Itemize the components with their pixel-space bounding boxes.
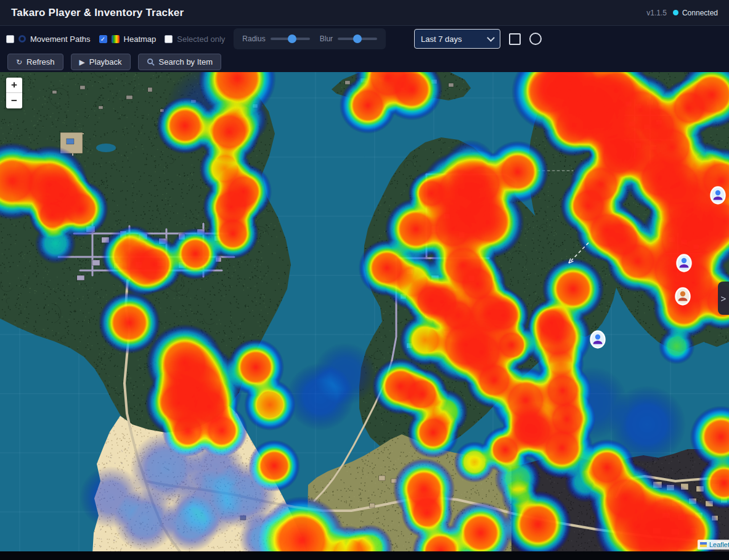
map-zoom-control: + −: [6, 78, 22, 108]
heatmap-checkbox[interactable]: ✓: [99, 35, 107, 43]
search-by-item-label: Search by Item: [159, 57, 213, 67]
refresh-icon: ↻: [16, 59, 22, 66]
side-panel-toggle[interactable]: >: [718, 282, 729, 315]
rectangle-icon: [509, 33, 521, 45]
heatmap-slider-panel: Radius Blur: [234, 28, 386, 49]
search-icon: [147, 58, 155, 66]
connection-status: Connected: [673, 9, 718, 17]
connected-dot-icon: [673, 10, 678, 15]
selected-only-checkbox[interactable]: [165, 35, 173, 43]
heatmap-gradient-icon: [112, 35, 120, 43]
search-by-item-button[interactable]: Search by Item: [138, 54, 221, 70]
refresh-label: Refresh: [26, 57, 55, 67]
selected-only-toggle[interactable]: Selected only: [165, 34, 225, 44]
blur-slider-thumb[interactable]: [353, 34, 362, 43]
ukraine-flag-icon: [700, 542, 707, 547]
player-marker[interactable]: [710, 186, 726, 205]
page-title: Takaro Player & Inventory Tracker: [11, 7, 184, 19]
movement-paths-checkbox[interactable]: [6, 35, 14, 43]
layers-toolbar: Movement Paths ✓ Heatmap Selected only R…: [0, 26, 729, 52]
refresh-button[interactable]: ↻ Refresh: [7, 54, 63, 70]
play-icon: ▶: [79, 59, 85, 66]
playback-label: Playback: [89, 57, 122, 67]
app-header: Takaro Player & Inventory Tracker v1.1.5…: [0, 0, 729, 26]
bottom-bar: [0, 551, 729, 560]
blur-label: Blur: [320, 34, 333, 43]
radius-slider[interactable]: [271, 38, 310, 40]
rectangle-select-button[interactable]: [509, 33, 521, 45]
player-marker[interactable]: [676, 254, 692, 272]
leaflet-link[interactable]: Leaflet: [709, 541, 729, 548]
heatmap-layer: [0, 72, 729, 551]
actions-toolbar: ↻ Refresh ▶ Playback Search by Item: [0, 52, 729, 72]
movement-paths-toggle[interactable]: Movement Paths: [6, 34, 91, 44]
chevron-down-icon: [487, 34, 495, 42]
movement-paths-label: Movement Paths: [30, 34, 91, 44]
radius-slider-thumb[interactable]: [288, 34, 296, 43]
time-range-select[interactable]: Last 7 days: [414, 29, 500, 49]
heatmap-toggle[interactable]: ✓ Heatmap: [99, 34, 157, 44]
selected-only-label: Selected only: [177, 34, 225, 44]
map[interactable]: + − > Leaflet: [0, 72, 729, 551]
player-marker[interactable]: [590, 330, 606, 349]
app-version: v1.1.5: [646, 9, 667, 17]
map-attribution: Leaflet: [698, 540, 729, 550]
time-range-value: Last 7 days: [421, 34, 462, 44]
heatmap-label: Heatmap: [124, 34, 157, 44]
blur-slider[interactable]: [338, 38, 377, 40]
radius-slider-group: Radius: [242, 34, 309, 43]
circle-icon: [529, 33, 542, 45]
zoom-in-button[interactable]: +: [6, 78, 22, 93]
playback-button[interactable]: ▶ Playback: [71, 54, 131, 70]
player-marker[interactable]: [675, 287, 691, 306]
blur-slider-group: Blur: [320, 34, 377, 43]
movement-path-ring-icon: [18, 35, 26, 43]
radius-label: Radius: [242, 34, 265, 43]
connection-label: Connected: [682, 9, 718, 17]
circle-select-button[interactable]: [529, 33, 542, 45]
zoom-out-button[interactable]: −: [6, 93, 22, 108]
